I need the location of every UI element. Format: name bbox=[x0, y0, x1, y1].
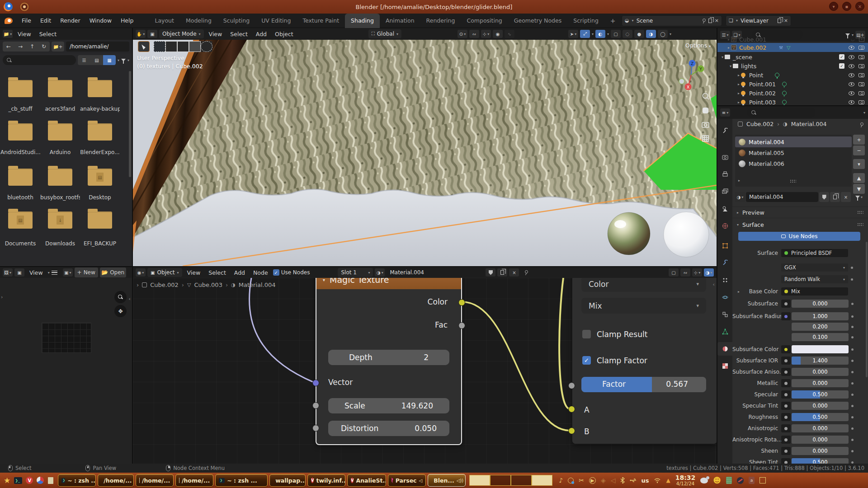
hide-eye-icon[interactable] bbox=[849, 55, 854, 59]
app-tray-icon[interactable] bbox=[737, 477, 744, 484]
file-browser-menu-view[interactable]: View bbox=[14, 31, 34, 38]
subsurface-radius-y[interactable]: 0.200 bbox=[792, 323, 849, 331]
tab-layout[interactable]: Layout bbox=[149, 14, 180, 28]
subsurface-radius-z[interactable]: 0.100 bbox=[792, 333, 849, 341]
material-browse-icon[interactable]: ◑▾ bbox=[375, 268, 385, 277]
close-button[interactable]: × bbox=[855, 2, 864, 11]
viewport-menu-select[interactable]: Select bbox=[227, 31, 251, 38]
pivot-point-icon[interactable]: ⊙▾ bbox=[458, 30, 467, 38]
bluetooth-tray-icon[interactable] bbox=[620, 477, 625, 483]
folder-label[interactable]: AndroidStudi... bbox=[0, 149, 40, 155]
shading-wireframe-icon[interactable]: ◌ bbox=[623, 30, 632, 38]
outliner-row-lights-collection[interactable]: ▾ lights ✓ bbox=[717, 61, 868, 70]
folder-icon[interactable] bbox=[8, 169, 33, 186]
editor-type-icon[interactable]: ≡▾ bbox=[720, 108, 730, 117]
fake-user-shield-icon[interactable] bbox=[819, 192, 829, 202]
active-tool-button[interactable] bbox=[138, 41, 150, 52]
a-input-socket[interactable] bbox=[568, 406, 575, 413]
tab-geometry-nodes[interactable]: Geometry Nodes bbox=[508, 14, 567, 28]
socket-button[interactable] bbox=[781, 357, 791, 365]
outliner-row-point003[interactable]: ▸ Point.003 bbox=[717, 98, 868, 105]
back-button[interactable]: ← bbox=[3, 42, 14, 52]
menu-help[interactable]: Help bbox=[116, 17, 138, 24]
socket-button[interactable] bbox=[781, 379, 791, 387]
b-input-socket[interactable] bbox=[568, 427, 575, 434]
clamp-factor-checkbox[interactable]: ✓ bbox=[582, 356, 591, 365]
tab-scene[interactable] bbox=[717, 202, 732, 216]
properties-search-input[interactable] bbox=[747, 108, 815, 117]
thumbnail-button[interactable]: ▦ bbox=[103, 55, 116, 65]
metallic-slider[interactable]: 0.000 bbox=[792, 379, 849, 387]
outliner-row-point[interactable]: ▸ Point bbox=[717, 70, 868, 80]
proportional-edit-icon[interactable]: ◉ bbox=[493, 30, 503, 38]
shading-material-icon[interactable]: ◑ bbox=[646, 30, 656, 38]
subsurface-method-dropdown[interactable]: Random Walk▾ bbox=[781, 275, 848, 283]
snap-grid-icon[interactable]: ⊹▾ bbox=[692, 268, 702, 277]
folder-label[interactable]: Documents bbox=[0, 240, 40, 247]
editor-type-icon[interactable]: ✋▾ bbox=[136, 30, 146, 38]
editor-type-icon[interactable]: ◉▾ bbox=[136, 268, 146, 277]
taskbar-window-home-1[interactable]: /home/... bbox=[98, 474, 134, 487]
favorites-star-icon[interactable]: ★ bbox=[4, 476, 10, 485]
distortion-field[interactable]: Distortion0.050 bbox=[328, 421, 449, 436]
browse-material-icon[interactable]: ◑▾ bbox=[735, 192, 745, 202]
sidebar-toggle-chevron[interactable]: ‹ bbox=[713, 282, 715, 287]
light-data-icon[interactable] bbox=[782, 82, 787, 86]
pigeon-tray-icon[interactable] bbox=[700, 478, 708, 483]
pin-icon[interactable] bbox=[701, 19, 706, 23]
specular-tint-slider[interactable]: 0.000 bbox=[792, 402, 849, 410]
path-field[interactable]: /home/amalie/ bbox=[66, 42, 129, 52]
folder-label[interactable]: BlenderExpo... bbox=[80, 149, 120, 155]
clock[interactable]: 18:32 4/12/24 bbox=[675, 474, 696, 487]
sheen-tint-slider[interactable]: 0.500 bbox=[792, 458, 849, 464]
slot-material-005[interactable]: Material.005 bbox=[735, 147, 852, 158]
new-viewlayer-icon[interactable] bbox=[778, 19, 781, 23]
tab-animation[interactable]: Animation bbox=[380, 14, 420, 28]
overlay-toggle-icon[interactable]: ◑▾ bbox=[704, 268, 714, 277]
snap-magnet-icon[interactable]: ∾ bbox=[469, 30, 479, 38]
roughness-slider[interactable]: 0.500 bbox=[792, 413, 849, 421]
fake-user-shield-icon[interactable] bbox=[486, 268, 495, 277]
overlays-toggle-icon[interactable]: ◐ bbox=[595, 30, 605, 38]
mix-node[interactable]: Color▾ Mix▾ Clamp Result ✓ Clamp Factor … bbox=[572, 278, 717, 444]
tab-physics[interactable] bbox=[717, 291, 732, 304]
unlink-material-icon[interactable]: × bbox=[509, 268, 519, 277]
depth-field[interactable]: Depth2 bbox=[328, 350, 449, 365]
data-type-dropdown[interactable]: Color▾ bbox=[581, 278, 706, 292]
node-menu-select[interactable]: Select bbox=[205, 269, 229, 276]
shading-solid-icon[interactable]: ● bbox=[634, 30, 644, 38]
subsurface-color-swatch[interactable] bbox=[792, 345, 849, 353]
minimize-button[interactable]: ▾ bbox=[829, 2, 838, 11]
zoom-gizmo-button[interactable] bbox=[114, 291, 127, 303]
socket-button[interactable] bbox=[781, 312, 791, 320]
select-extend-button[interactable] bbox=[165, 41, 177, 52]
inactive-tray-icon[interactable]: ◈ bbox=[601, 477, 606, 484]
folder-icon[interactable] bbox=[88, 211, 112, 229]
folder-label[interactable]: Downloads bbox=[40, 240, 80, 247]
horizontal-list-button[interactable]: ▤ bbox=[90, 55, 103, 65]
up-button[interactable]: ↑ bbox=[26, 42, 38, 52]
magic-texture-node[interactable]: ▾ Magic Texture Color Fac Depth2 Vector … bbox=[316, 278, 462, 445]
folder-label[interactable]: bluetooth bbox=[0, 194, 40, 201]
folder-icon[interactable] bbox=[8, 80, 33, 97]
hide-eye-icon[interactable] bbox=[849, 100, 854, 104]
socket-button[interactable] bbox=[781, 368, 791, 376]
folder-icon[interactable] bbox=[8, 123, 33, 141]
socket-button[interactable] bbox=[781, 390, 791, 399]
menu-edit[interactable]: Edit bbox=[36, 17, 56, 24]
scale-field[interactable]: Scale149.620 bbox=[328, 398, 449, 413]
collection-checkbox[interactable]: ✓ bbox=[839, 63, 844, 69]
subsurface-radius-x[interactable]: 1.000 bbox=[792, 312, 849, 320]
surface-section-header[interactable]: ▾Surface bbox=[732, 219, 868, 230]
preview-section-header[interactable]: ▸Preview bbox=[732, 206, 868, 218]
image-editor-menu-view[interactable]: View bbox=[26, 269, 46, 276]
tab-modeling[interactable]: Modeling bbox=[180, 14, 217, 28]
options-dropdown[interactable]: Options ▾ bbox=[685, 42, 711, 49]
factor-slider[interactable]: Factor 0.567 bbox=[581, 377, 706, 392]
socket-button[interactable] bbox=[781, 436, 791, 444]
viewport-menu-add[interactable]: Add bbox=[253, 31, 270, 38]
clamp-result-checkbox[interactable] bbox=[582, 330, 591, 338]
file-browser-menu-select[interactable]: Select bbox=[36, 31, 60, 38]
node-menu-add[interactable]: Add bbox=[231, 269, 248, 276]
show-desktop-tray-icon[interactable] bbox=[760, 477, 766, 483]
